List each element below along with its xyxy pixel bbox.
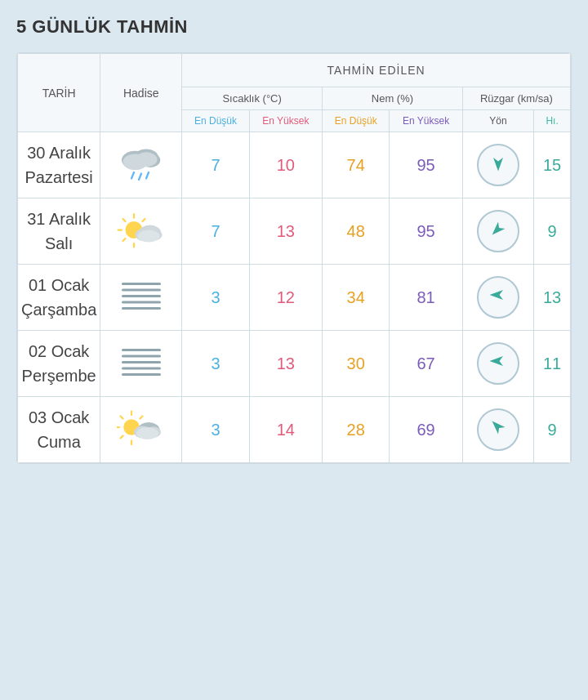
table-row: 02 OcakPerşembe 3 13 30 67 11 bbox=[18, 331, 571, 397]
svg-marker-26 bbox=[489, 290, 503, 300]
sub-hi: Hı. bbox=[534, 110, 571, 132]
en-yuksek-nem: 95 bbox=[390, 198, 462, 265]
en-dusuk-nem: 28 bbox=[323, 397, 390, 463]
en-dusuk-nem: 30 bbox=[323, 331, 390, 397]
wind-circle bbox=[477, 276, 519, 319]
sub-en-dusuk-temp: En Düşük bbox=[182, 110, 249, 132]
svg-line-5 bbox=[131, 172, 134, 179]
yon-cell bbox=[462, 265, 533, 331]
svg-marker-8 bbox=[493, 158, 503, 172]
wind-circle bbox=[477, 210, 519, 252]
col-nem: Nem (%) bbox=[323, 87, 463, 110]
wind-arrow-icon bbox=[486, 415, 510, 445]
en-yuksek-temp: 12 bbox=[249, 265, 322, 331]
sub-en-dusuk-nem: En Düşük bbox=[323, 110, 390, 132]
svg-line-39 bbox=[120, 436, 122, 439]
svg-line-38 bbox=[140, 417, 142, 419]
svg-line-14 bbox=[142, 219, 145, 221]
weather-icon bbox=[117, 273, 166, 322]
wind-circle bbox=[477, 144, 519, 186]
table-row: 31 AralıkSalı 7 13 48 95 bbox=[18, 198, 571, 265]
weather-icon bbox=[117, 207, 166, 256]
svg-line-7 bbox=[146, 172, 149, 179]
yon-cell bbox=[462, 397, 533, 463]
en-dusuk-temp: 3 bbox=[182, 331, 249, 397]
svg-line-13 bbox=[122, 219, 125, 221]
en-dusuk-nem: 34 bbox=[323, 265, 390, 331]
en-yuksek-nem: 81 bbox=[390, 265, 462, 331]
col-hadise: Hadise bbox=[100, 54, 182, 132]
en-yuksek-nem: 95 bbox=[390, 132, 462, 198]
table-row: 30 AralıkPazartesi 7 10 74 95 bbox=[18, 132, 571, 198]
svg-line-37 bbox=[120, 417, 122, 419]
weather-icon bbox=[117, 339, 166, 388]
hadise-cell bbox=[100, 198, 182, 265]
tarih-cell: 03 OcakCuma bbox=[18, 397, 100, 463]
en-yuksek-temp: 14 bbox=[249, 397, 322, 463]
hi-val: 15 bbox=[534, 132, 571, 198]
table-row: 03 OcakCuma 3 14 28 69 bbox=[18, 397, 571, 463]
wind-circle bbox=[477, 342, 519, 385]
wind-circle bbox=[477, 408, 519, 451]
wind-arrow-icon bbox=[486, 216, 510, 247]
svg-point-19 bbox=[137, 230, 159, 243]
tarih-cell: 02 OcakPerşembe bbox=[18, 331, 100, 397]
en-dusuk-temp: 3 bbox=[182, 265, 249, 331]
tarih-cell: 01 OcakÇarşamba bbox=[18, 265, 100, 331]
wind-arrow-icon bbox=[486, 283, 510, 313]
en-dusuk-temp: 3 bbox=[182, 397, 249, 463]
en-dusuk-temp: 7 bbox=[182, 132, 249, 198]
yon-cell bbox=[462, 132, 533, 198]
sub-yon: Yön bbox=[462, 110, 533, 132]
en-yuksek-temp: 13 bbox=[249, 331, 322, 397]
en-dusuk-temp: 7 bbox=[182, 198, 249, 265]
svg-marker-32 bbox=[489, 356, 503, 366]
hadise-cell bbox=[100, 397, 182, 463]
wind-arrow-icon bbox=[486, 349, 510, 379]
tarih-cell: 31 AralıkSalı bbox=[18, 198, 100, 265]
col-tarih: TARİH bbox=[18, 54, 100, 132]
sub-en-yuksek-temp: En Yüksek bbox=[249, 110, 322, 132]
weather-icon bbox=[117, 140, 166, 189]
en-yuksek-nem: 67 bbox=[390, 331, 462, 397]
svg-line-6 bbox=[139, 174, 141, 181]
forecast-table-wrapper: TARİH Hadise TAHMİN EDİLEN Sıcaklık (°C)… bbox=[16, 52, 572, 464]
svg-marker-20 bbox=[488, 221, 505, 238]
sub-en-yuksek-nem: En Yüksek bbox=[390, 110, 462, 132]
svg-point-43 bbox=[136, 427, 158, 439]
yon-cell bbox=[462, 198, 533, 265]
col-ruzgar: Rüzgar (km/sa) bbox=[462, 87, 570, 110]
header-tahmin: TAHMİN EDİLEN bbox=[182, 54, 571, 87]
hadise-cell bbox=[100, 265, 182, 331]
page-title: 5 GÜNLÜK TAHMİN bbox=[16, 16, 572, 38]
hadise-cell bbox=[100, 331, 182, 397]
forecast-table: TARİH Hadise TAHMİN EDİLEN Sıcaklık (°C)… bbox=[17, 53, 571, 463]
table-row: 01 OcakÇarşamba 3 12 34 81 13 bbox=[18, 265, 571, 331]
svg-marker-44 bbox=[488, 417, 505, 434]
hi-val: 9 bbox=[534, 198, 571, 265]
wind-arrow-icon bbox=[486, 150, 510, 181]
col-sicaklik: Sıcaklık (°C) bbox=[182, 87, 323, 110]
hi-val: 9 bbox=[534, 397, 571, 463]
svg-point-4 bbox=[135, 152, 157, 167]
svg-line-15 bbox=[122, 239, 125, 241]
en-yuksek-temp: 13 bbox=[249, 198, 322, 265]
en-yuksek-nem: 69 bbox=[390, 397, 462, 463]
hi-val: 13 bbox=[534, 265, 571, 331]
tarih-cell: 30 AralıkPazartesi bbox=[18, 132, 100, 198]
en-yuksek-temp: 10 bbox=[249, 132, 322, 198]
hadise-cell bbox=[100, 132, 182, 198]
weather-icon bbox=[117, 405, 166, 454]
yon-cell bbox=[462, 331, 533, 397]
en-dusuk-nem: 74 bbox=[323, 132, 390, 198]
hi-val: 11 bbox=[534, 331, 571, 397]
en-dusuk-nem: 48 bbox=[323, 198, 390, 265]
